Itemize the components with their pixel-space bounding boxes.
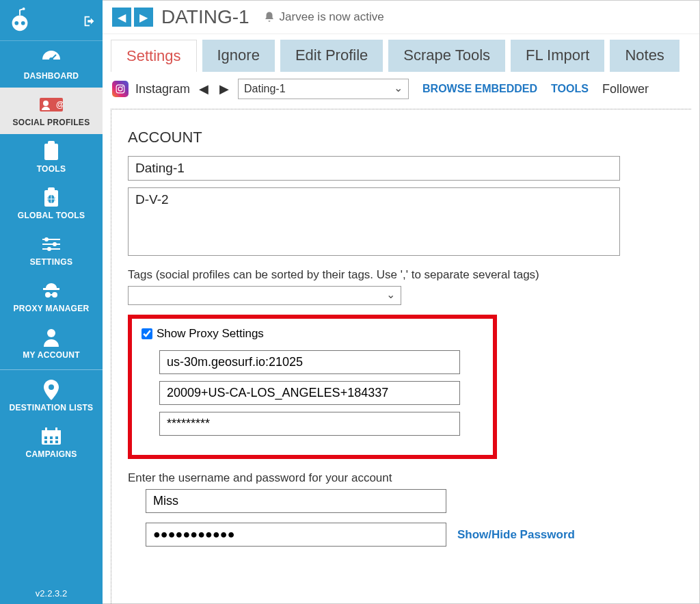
tab-edit-profile[interactable]: Edit Profile (280, 40, 383, 72)
svg-point-24 (47, 329, 55, 337)
svg-rect-20 (43, 288, 59, 290)
creds-hint: Enter the username and password for your… (128, 471, 675, 485)
sidebar: DASHBOARD @ SOCIAL PROFILES TOOLS GLOBAL… (0, 0, 103, 604)
profile-select-value: Dating-1 (244, 83, 285, 95)
proxy-settings-box: Show Proxy Settings (128, 315, 497, 459)
sidebar-item-destination-lists[interactable]: DESTINATION LISTS (0, 373, 103, 419)
svg-point-37 (118, 87, 122, 91)
svg-rect-30 (44, 436, 47, 439)
show-proxy-checkbox[interactable] (142, 328, 152, 339)
next-profile-button[interactable]: ▶ (217, 81, 231, 96)
sidebar-item-label: TOOLS (3, 164, 100, 174)
tools-link[interactable]: TOOLS (551, 83, 589, 95)
svg-rect-28 (45, 428, 47, 432)
content-area: ACCOUNT Tags (social profiles can be sor… (111, 109, 691, 603)
svg-point-17 (53, 242, 57, 246)
svg-rect-12 (48, 187, 55, 193)
show-proxy-label: Show Proxy Settings (157, 327, 264, 341)
sidebar-item-label: SOCIAL PROFILES (3, 118, 100, 127)
tags-select[interactable] (128, 286, 401, 305)
profile-subbar: Instagram ◀ ▶ Dating-1 BROWSE EMBEDDED T… (103, 72, 699, 106)
bell-icon (263, 11, 275, 23)
page-title: DATING-1 (161, 6, 250, 28)
tab-scrape-tools[interactable]: Scrape Tools (388, 40, 505, 72)
follower-label: Follower (602, 82, 649, 96)
anonymous-icon (3, 280, 100, 301)
nav-back-button[interactable]: ◀ (112, 8, 131, 27)
sliders-icon (3, 234, 100, 254)
svg-rect-27 (42, 430, 61, 434)
sidebar-item-social-profiles[interactable]: @ SOCIAL PROFILES (0, 88, 103, 134)
svg-rect-34 (50, 441, 53, 443)
calendar-icon (3, 426, 100, 447)
account-section-title: ACCOUNT (128, 129, 675, 146)
sidebar-header (0, 0, 103, 41)
browse-embedded-link[interactable]: BROWSE EMBEDDED (422, 83, 537, 95)
svg-point-2 (21, 21, 25, 25)
sidebar-item-label: DASHBOARD (3, 71, 100, 81)
account-desc-input[interactable] (128, 187, 620, 256)
tab-bar: Settings Ignore Edit Profile Scrape Tool… (103, 34, 699, 72)
svg-rect-31 (50, 436, 53, 439)
svg-point-3 (23, 8, 25, 10)
exit-icon[interactable] (82, 14, 97, 29)
sidebar-nav: DASHBOARD @ SOCIAL PROFILES TOOLS GLOBAL… (0, 41, 103, 466)
dashboard-icon (3, 48, 100, 68)
svg-point-22 (52, 292, 57, 298)
tab-settings[interactable]: Settings (111, 40, 197, 72)
sidebar-divider (0, 369, 103, 370)
sidebar-item-dashboard[interactable]: DASHBOARD (0, 41, 103, 88)
tab-ignore[interactable]: Ignore (202, 40, 275, 72)
svg-text:@: @ (56, 100, 63, 109)
pin-icon (3, 380, 100, 400)
show-hide-password-link[interactable]: Show/Hide Password (457, 528, 575, 542)
sidebar-item-label: MY ACCOUNT (3, 350, 100, 360)
main-panel: ◀ ▶ DATING-1 Jarvee is now active Settin… (103, 0, 700, 604)
sidebar-item-campaigns[interactable]: CAMPAIGNS (0, 419, 103, 466)
svg-point-1 (14, 21, 18, 25)
svg-rect-29 (55, 428, 57, 432)
proxy-user-input[interactable] (159, 381, 460, 405)
sidebar-item-proxy-manager[interactable]: PROXY MANAGER (0, 274, 103, 320)
svg-rect-35 (55, 441, 58, 443)
proxy-host-input[interactable] (159, 350, 460, 374)
svg-point-21 (45, 292, 51, 298)
svg-point-15 (44, 237, 49, 241)
status-text: Jarvee is now active (280, 10, 384, 24)
instagram-icon (112, 81, 129, 97)
prev-profile-button[interactable]: ◀ (197, 81, 211, 96)
svg-rect-32 (55, 436, 58, 439)
nav-forward-button[interactable]: ▶ (134, 8, 153, 27)
svg-point-25 (49, 384, 54, 390)
tags-hint: Tags (social profiles can be sorted by t… (128, 268, 675, 282)
svg-rect-10 (48, 141, 55, 146)
robot-icon (7, 8, 33, 34)
sidebar-item-label: GLOBAL TOOLS (3, 211, 100, 220)
account-name-input[interactable] (128, 156, 620, 181)
sidebar-item-label: DESTINATION LISTS (3, 403, 100, 412)
username-input[interactable] (146, 489, 446, 513)
clipboard-icon (3, 141, 100, 161)
tab-notes[interactable]: Notes (610, 40, 679, 72)
page-header: ◀ ▶ DATING-1 Jarvee is now active (103, 1, 699, 34)
global-clipboard-icon (3, 187, 100, 208)
profile-select[interactable]: Dating-1 (238, 79, 409, 99)
proxy-pass-input[interactable] (159, 412, 460, 436)
svg-point-19 (47, 247, 51, 251)
sidebar-item-label: CAMPAIGNS (3, 449, 100, 459)
svg-rect-33 (44, 441, 47, 443)
user-icon (3, 327, 100, 347)
password-input[interactable] (146, 523, 446, 547)
sidebar-item-global-tools[interactable]: GLOBAL TOOLS (0, 181, 103, 227)
svg-point-0 (12, 15, 28, 31)
svg-point-38 (122, 86, 124, 88)
sidebar-item-tools[interactable]: TOOLS (0, 134, 103, 181)
tab-fl-import[interactable]: FL Import (511, 40, 604, 72)
sidebar-item-label: SETTINGS (3, 257, 100, 267)
version-label: v2.2.3.2 (0, 583, 103, 604)
sidebar-item-label: PROXY MANAGER (3, 304, 100, 313)
social-profiles-icon: @ (3, 94, 100, 115)
sidebar-item-settings[interactable]: SETTINGS (0, 227, 103, 274)
sidebar-item-my-account[interactable]: MY ACCOUNT (0, 320, 103, 367)
platform-label: Instagram (135, 82, 190, 96)
